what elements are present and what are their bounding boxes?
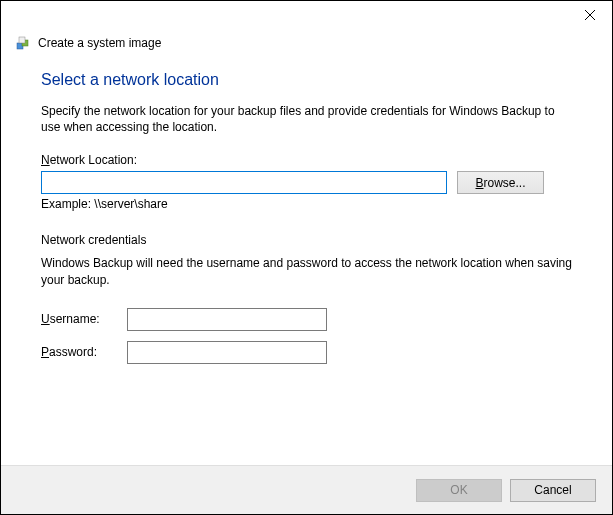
content-area: Select a network location Specify the ne… — [1, 61, 612, 364]
footer: OK Cancel — [1, 465, 612, 514]
header-row: Create a system image — [1, 31, 612, 61]
network-location-label: Network Location: — [41, 153, 572, 167]
page-heading: Select a network location — [41, 71, 572, 89]
network-location-input[interactable] — [41, 171, 447, 194]
cancel-button[interactable]: Cancel — [510, 479, 596, 502]
network-location-row: Browse... — [41, 171, 572, 194]
username-label: Username: — [41, 312, 127, 326]
password-label: Password: — [41, 345, 127, 359]
username-input[interactable] — [127, 308, 327, 331]
titlebar — [1, 1, 612, 31]
svg-rect-4 — [19, 37, 25, 43]
network-location-example: Example: \\server\share — [41, 197, 572, 211]
browse-button[interactable]: Browse... — [457, 171, 544, 194]
password-input[interactable] — [127, 341, 327, 364]
backup-icon — [15, 35, 31, 51]
credentials-section-label: Network credentials — [41, 233, 572, 247]
ok-button: OK — [416, 479, 502, 502]
page-description: Specify the network location for your ba… — [41, 103, 572, 135]
close-icon — [585, 10, 595, 20]
credentials-description: Windows Backup will need the username an… — [41, 255, 572, 287]
close-button[interactable] — [567, 1, 612, 29]
username-row: Username: — [41, 308, 572, 331]
password-row: Password: — [41, 341, 572, 364]
window-title: Create a system image — [38, 36, 161, 50]
